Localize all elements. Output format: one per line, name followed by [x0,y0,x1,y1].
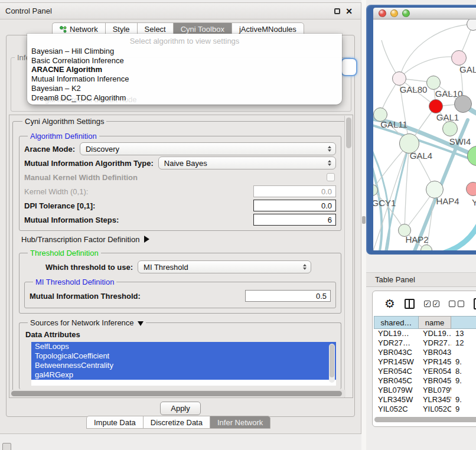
node-gal10[interactable] [426,76,441,90]
hub-definition-label: Hub/Transcription Factor Definition [21,235,139,244]
combo-arrows-icon [326,160,335,166]
zoom-window-button[interactable] [402,9,410,17]
hub-definition-expander[interactable]: Hub/Transcription Factor Definition [19,231,341,247]
table-cell: YER054C [374,367,419,376]
column-header-shared…[interactable]: shared… [374,316,419,329]
table-row[interactable]: YLR345WYLR345W9. [374,395,476,405]
mi-type-select[interactable]: Naive Bayes [158,156,336,169]
sources-legend-label: Sources for Network Inference [30,318,134,327]
network-window-titlebar[interactable] [373,8,476,19]
data-attribute-item[interactable]: gal4RGexp [31,370,336,380]
algorithm-option[interactable]: Bayesian – Hill Climbing [27,47,342,56]
application-window: Control Panel ✕ NetworkStyleSelectCyni T… [0,0,476,450]
mi-steps-field[interactable]: 6 [253,214,336,226]
aracne-mode-select[interactable]: Discovery [80,142,336,155]
close-panel-icon[interactable]: ✕ [345,8,353,14]
data-attribute-item[interactable]: BetweennessCentrality [31,361,336,370]
table-cell: YER054C [419,367,451,376]
algorithm-combobox[interactable] [341,58,357,76]
expand-right-icon [144,236,149,243]
table-row[interactable]: YER054CYER054C8. [374,367,476,376]
collapse-down-icon [138,321,144,326]
node-gal80-label: GAL80 [400,84,428,94]
settings-vertical-scrollbar[interactable] [344,116,352,398]
threshold-definition-group: Threshold Definition Which threshold to … [19,249,341,314]
tab-discretize-data[interactable]: Discretize Data [143,416,210,429]
data-attribute-item[interactable]: SelfLoops [31,342,336,351]
table-cell: 8. [451,367,476,376]
mi-threshold-definition-group: MI Threshold Definition Mutual Informati… [24,278,336,308]
table-cell: 9. [451,357,476,367]
network-view-window: GALGAL80GAL10GAL1GAL11SWI4GAL4GCY1HAP4YH… [366,5,476,255]
dpi-tolerance-field[interactable]: 0.0 [253,200,336,211]
algorithm-option[interactable]: Bayesian – K2 [27,84,342,93]
node-gray[interactable] [454,95,472,113]
close-window-button[interactable] [379,9,386,17]
column-header-name[interactable]: name [419,316,451,329]
network-canvas[interactable]: GALGAL80GAL10GAL1GAL11SWI4GAL4GCY1HAP4YH… [373,19,476,250]
tab-label: Select [145,25,166,34]
tab-impute-data[interactable]: Impute Data [86,416,143,429]
mi-threshold-definition-legend: MI Threshold Definition [33,278,116,286]
node-gal1[interactable] [429,99,443,113]
node-gal-pink[interactable] [451,50,467,66]
table-row[interactable]: YBR045CYBR045C9. [374,376,476,386]
which-threshold-select[interactable]: MI Threshold [138,260,311,273]
table-cell: YIL052C [374,405,419,412]
combo-arrows-icon [301,264,311,270]
export-table-icon[interactable] [474,298,476,309]
data-attribute-item[interactable]: TopologicalCoefficient [31,351,336,361]
kernel-width-field[interactable]: 0.0 [253,185,336,197]
node-salmon[interactable] [466,182,476,196]
table-cell: YBR045C [374,376,419,386]
column-header-partial[interactable] [451,316,476,329]
data-attributes-list[interactable]: SelfLoopsTopologicalCoefficientBetweenne… [31,342,336,386]
float-panel-icon[interactable] [334,8,340,14]
table-row[interactable]: YDR27…YDR27…12 [374,338,476,348]
tab-label: Network [70,25,98,34]
gear-icon[interactable]: ⚙ [384,298,395,309]
list-scrollbar[interactable] [329,344,335,383]
table-row[interactable]: YPR145WYPR145W9. [374,357,476,367]
table-panel-title: Table Panel [375,275,415,284]
table-horizontal-scrollbar[interactable] [374,417,476,423]
deselect-all-columns-icon[interactable] [449,301,464,307]
algorithm-definition-group: Algorithm Definition Aracne Mode: Discov… [19,132,341,231]
algorithm-option[interactable]: Basic Correlation Inference [27,56,342,66]
node-swi4[interactable] [442,121,458,136]
node-gal4-label: GAL4 [410,151,432,161]
mi-type-value: Naive Bayes [164,159,326,168]
table-row[interactable]: YBR043CYBR043C [374,348,476,357]
select-all-columns-icon[interactable]: ✓✓ [424,301,439,307]
manual-kernel-checkbox[interactable] [327,173,335,181]
tab-infer-network[interactable]: Infer Network [210,416,270,429]
columns-icon[interactable] [405,299,415,309]
table-row[interactable]: YBL079WYBL079W [374,386,476,395]
cyni-algorithm-settings-legend: Cyni Algorithm Settings [22,117,106,126]
algorithm-option[interactable]: ARACNE Algorithm [27,65,342,74]
table-cell: YBL079W [419,386,451,395]
minimize-window-button[interactable] [390,9,398,17]
mi-threshold-field[interactable]: 0.5 [245,290,331,302]
apply-button[interactable]: Apply [160,402,201,415]
sources-group: Sources for Network Inference Data Attri… [19,318,341,389]
table-cell: YBL079W [374,386,419,395]
cyni-bottom-tabs: Impute DataDiscretize DataInfer Network [86,416,270,429]
table-cell: YPR145W [374,357,419,367]
divider-handle-icon[interactable] [362,216,366,224]
algorithm-dropdown-placeholder: Select algorithm to view settings [27,34,342,47]
table-cell: 9. [451,395,476,405]
table-cell: YDR27… [419,338,451,348]
table-cell: YLR345W [419,395,451,405]
table-cell: YBR043C [419,348,451,357]
settings-horizontal-scrollbar[interactable] [10,390,345,397]
table-row[interactable]: YIL052CYIL052C9 [374,405,476,412]
table-cell: 13 [451,329,476,338]
restore-panel-icon[interactable] [2,443,11,450]
table-row[interactable]: YDL19…YDL19…13 [374,329,476,338]
tab-label: Cyni Toolbox [181,25,224,34]
split-pane-divider[interactable] [361,0,366,450]
sources-legend[interactable]: Sources for Network Inference [28,318,146,327]
node-gal80[interactable] [392,71,406,86]
algorithm-option[interactable]: Mutual Information Inference [27,74,342,84]
